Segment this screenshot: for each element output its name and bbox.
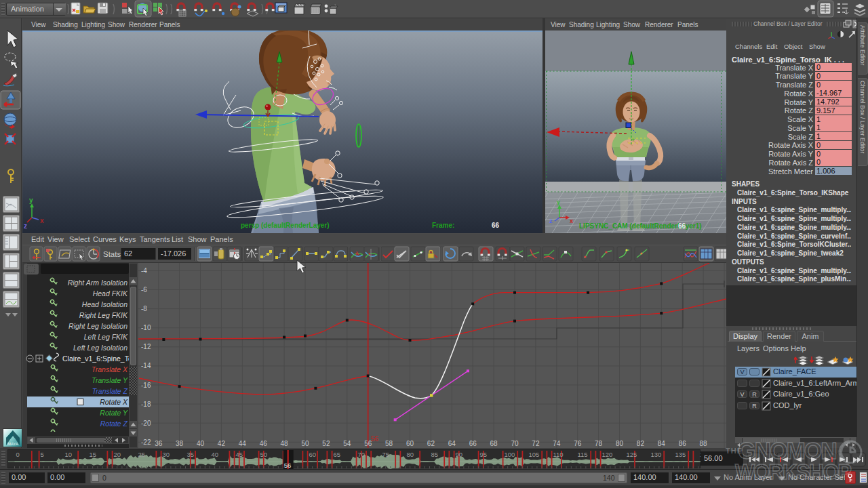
svg-text:y: y [29,197,33,204]
svg-text:66: 66 [492,222,500,229]
svg-text:65: 65 [334,451,341,458]
svg-text:20: 20 [114,451,121,458]
svg-text:48: 48 [281,440,289,447]
svg-text:Left Leg Isolation: Left Leg Isolation [73,344,127,352]
svg-text:z: z [549,218,553,224]
svg-text:46: 46 [260,440,268,447]
svg-text:78: 78 [595,440,603,447]
svg-text:Rotate X: Rotate X [100,398,128,406]
svg-text:115: 115 [578,451,588,458]
svg-text:84: 84 [658,440,666,447]
svg-text:Right Leg Isolation: Right Leg Isolation [68,322,127,330]
svg-text:70: 70 [511,440,519,447]
svg-text:Right Leg FKIK: Right Leg FKIK [79,311,128,319]
svg-text:66: 66 [678,222,686,230]
svg-text:40: 40 [197,440,205,447]
svg-text:58: 58 [385,440,393,447]
svg-text:100: 100 [505,451,515,458]
svg-text:76: 76 [574,440,582,447]
svg-text:72: 72 [532,440,540,447]
svg-text:52: 52 [322,440,330,447]
svg-text:38: 38 [176,440,184,447]
svg-text:45: 45 [236,451,243,458]
svg-text:62: 62 [124,249,132,258]
svg-text:110: 110 [553,451,564,458]
svg-text:35: 35 [187,451,195,458]
svg-text:62: 62 [427,440,435,447]
svg-text:80: 80 [616,440,624,447]
svg-text:105: 105 [529,451,540,458]
svg-text:86: 86 [679,440,687,447]
svg-text:-20: -20 [141,420,151,427]
svg-text:50: 50 [260,451,268,458]
svg-text:Left Leg FKIK: Left Leg FKIK [84,333,128,341]
svg-text:Claire_v1_6:Spine_Torso_: Claire_v1_6:Spine_Torso_ [62,354,129,363]
svg-text:Translate Z: Translate Z [92,387,128,395]
svg-text:25: 25 [138,451,146,458]
svg-text:80: 80 [407,451,414,458]
svg-text:Rotate Y: Rotate Y [100,409,128,417]
svg-text:88: 88 [700,440,708,447]
svg-text:95: 95 [480,451,488,458]
svg-text:64: 64 [448,440,456,447]
svg-text:5: 5 [41,451,44,458]
svg-text:120: 120 [602,451,613,458]
svg-text:z: z [24,222,27,230]
svg-text:90: 90 [456,451,463,458]
svg-text:15: 15 [90,451,97,458]
svg-text:MAYA: MAYA [7,442,18,446]
svg-text:0: 0 [16,451,20,458]
svg-text:66: 66 [469,440,477,447]
svg-text:130: 130 [651,451,662,458]
svg-text:56: 56 [364,440,372,447]
svg-text:40: 40 [212,451,219,458]
svg-text:70: 70 [358,451,366,458]
svg-text:60: 60 [309,451,317,458]
svg-text:85: 85 [431,451,439,458]
svg-text:Head FKIK: Head FKIK [93,289,128,298]
svg-text:-8: -8 [141,305,147,312]
svg-text:-12: -12 [141,343,151,350]
svg-text:persp (defaultRenderLayer): persp (defaultRenderLayer) [241,222,330,229]
svg-text:Translate Y: Translate Y [92,376,128,384]
svg-text:44: 44 [239,440,247,447]
svg-text:Stats: Stats [103,250,121,258]
svg-text:Head Isolation: Head Isolation [82,300,127,308]
svg-text:56: 56 [371,435,379,443]
svg-text:Right Arm Isolation: Right Arm Isolation [68,279,127,287]
svg-text:x: x [570,218,573,224]
svg-text:30: 30 [163,451,170,458]
svg-text:-18: -18 [141,401,151,408]
svg-text:-17.026: -17.026 [161,249,186,258]
svg-text:x: x [40,217,44,224]
svg-text:56: 56 [284,462,292,469]
svg-text:135: 135 [675,451,686,458]
svg-text:50: 50 [301,440,309,447]
svg-text:-10: -10 [141,324,151,331]
svg-text:Translate X: Translate X [92,365,128,373]
svg-text:Rotate Z: Rotate Z [100,420,128,428]
svg-text:125: 125 [627,451,637,458]
svg-text:82: 82 [637,440,645,447]
svg-text:-6: -6 [141,286,147,293]
svg-text:36: 36 [155,440,163,447]
svg-text:Frame:: Frame: [432,222,454,229]
svg-text:y: y [557,199,560,205]
svg-text:10: 10 [65,451,73,458]
svg-text:74: 74 [553,440,561,447]
svg-text:60: 60 [406,440,414,447]
svg-text:68: 68 [490,440,498,447]
svg-text:42: 42 [218,440,226,447]
svg-text:-14: -14 [141,362,151,369]
svg-text:-16: -16 [141,382,151,389]
svg-text:54: 54 [343,440,351,447]
svg-text:-22: -22 [141,439,151,446]
svg-text:75: 75 [382,451,390,458]
svg-text:-4: -4 [141,267,147,274]
